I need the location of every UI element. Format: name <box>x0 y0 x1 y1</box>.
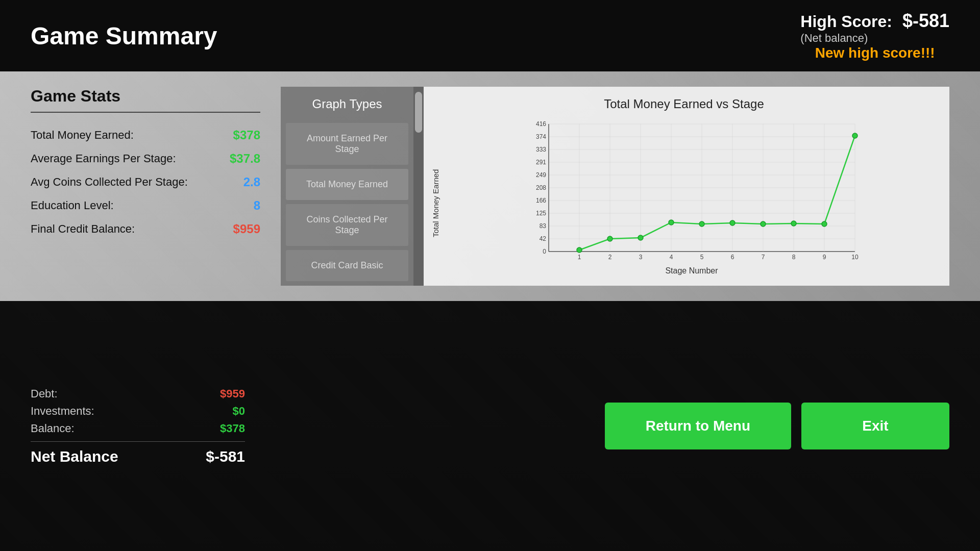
svg-point-51 <box>791 221 796 226</box>
net-balance-value: $-581 <box>206 448 245 465</box>
graph-scrollbar[interactable] <box>413 87 424 286</box>
chart-svg: .grid-line { stroke: #ccc; stroke-width:… <box>444 119 939 262</box>
graph-btn-credit-card[interactable]: Credit Card Basic <box>286 250 408 281</box>
stat-row-avg-coins: Avg Coins Collected Per Stage: 2.8 <box>31 175 260 189</box>
svg-point-44 <box>577 247 582 253</box>
stat-value-avg-coins: 2.8 <box>243 175 260 189</box>
svg-text:8: 8 <box>792 254 796 261</box>
investments-value: $0 <box>233 405 245 418</box>
svg-text:291: 291 <box>536 159 546 166</box>
stat-row-avg-earnings: Average Earnings Per Stage: $37.8 <box>31 152 260 166</box>
svg-text:5: 5 <box>700 254 704 261</box>
net-balance-row: Net Balance $-581 <box>31 448 245 465</box>
page-title: Game Summary <box>31 22 800 50</box>
graph-types-header: Graph Types <box>286 92 408 119</box>
stat-value-credit-balance: $959 <box>233 222 260 236</box>
svg-point-46 <box>638 235 643 240</box>
svg-text:2: 2 <box>608 254 612 261</box>
bottom-section: Debt: $959 Investments: $0 Balance: $378… <box>0 301 980 551</box>
y-axis-label: Total Money Earned <box>429 119 444 287</box>
svg-text:333: 333 <box>536 146 546 153</box>
svg-text:9: 9 <box>823 254 826 261</box>
investments-label: Investments: <box>31 405 94 418</box>
svg-point-48 <box>699 221 704 227</box>
header: Game Summary High Score: $-581 (Net bala… <box>0 0 980 71</box>
high-score-section: High Score: $-581 (Net balance) New high… <box>800 10 949 61</box>
stat-label-total-money: Total Money Earned: <box>31 129 134 142</box>
debt-label: Debt: <box>31 387 58 400</box>
chart-inner: .grid-line { stroke: #ccc; stroke-width:… <box>444 119 939 287</box>
svg-text:6: 6 <box>731 254 734 261</box>
bottom-divider <box>31 441 245 442</box>
stat-label-credit-balance: Final Credit Balance: <box>31 222 135 236</box>
exit-button[interactable]: Exit <box>801 403 949 449</box>
graph-btn-total-money[interactable]: Total Money Earned <box>286 169 408 200</box>
graph-btn-coins-collected[interactable]: Coins Collected Per Stage <box>286 204 408 246</box>
game-stats-panel: Game Stats Total Money Earned: $378 Aver… <box>31 87 260 286</box>
stat-value-education: 8 <box>254 198 260 213</box>
high-score-subtitle: (Net balance) <box>800 32 949 45</box>
svg-text:249: 249 <box>536 171 546 179</box>
svg-text:208: 208 <box>536 184 546 191</box>
svg-text:125: 125 <box>536 210 546 217</box>
balance-value: $378 <box>220 422 245 435</box>
bottom-stats: Debt: $959 Investments: $0 Balance: $378… <box>31 387 605 465</box>
return-to-menu-button[interactable]: Return to Menu <box>605 403 791 449</box>
debt-row: Debt: $959 <box>31 387 245 400</box>
stat-value-total-money: $378 <box>233 128 260 142</box>
stat-row-total-money: Total Money Earned: $378 <box>31 128 260 142</box>
svg-point-52 <box>822 221 827 227</box>
svg-point-45 <box>607 236 612 241</box>
scrollbar-thumb <box>415 92 422 133</box>
svg-point-50 <box>761 221 766 227</box>
balance-label: Balance: <box>31 422 75 435</box>
graph-btn-amount-earned[interactable]: Amount Earned Per Stage <box>286 123 408 165</box>
svg-text:83: 83 <box>540 222 547 230</box>
svg-point-53 <box>852 133 857 138</box>
bottom-buttons: Return to Menu Exit <box>605 403 949 449</box>
svg-text:0: 0 <box>543 248 546 255</box>
high-score-label: High Score: $-581 <box>800 10 949 32</box>
stat-label-avg-coins: Avg Coins Collected Per Stage: <box>31 176 188 189</box>
svg-point-49 <box>730 220 735 226</box>
investments-row: Investments: $0 <box>31 405 245 418</box>
graph-types-sidebar: Graph Types Amount Earned Per Stage Tota… <box>281 87 413 286</box>
chart-area: Total Money Earned vs Stage Total Money … <box>424 87 949 286</box>
stat-label-avg-earnings: Average Earnings Per Stage: <box>31 152 176 165</box>
svg-point-47 <box>669 220 674 225</box>
balance-row: Balance: $378 <box>31 422 245 435</box>
stat-row-credit-balance: Final Credit Balance: $959 <box>31 222 260 236</box>
x-axis-label: Stage Number <box>444 266 939 276</box>
svg-text:7: 7 <box>762 254 765 261</box>
svg-text:374: 374 <box>536 133 546 140</box>
svg-text:42: 42 <box>540 235 547 242</box>
svg-text:416: 416 <box>536 120 546 128</box>
svg-text:4: 4 <box>670 254 673 261</box>
graph-panel: Graph Types Amount Earned Per Stage Tota… <box>281 87 949 286</box>
stat-value-avg-earnings: $37.8 <box>230 152 260 166</box>
svg-text:3: 3 <box>639 254 643 261</box>
stat-row-education: Education Level: 8 <box>31 198 260 213</box>
svg-text:1: 1 <box>578 254 581 261</box>
svg-text:166: 166 <box>536 197 546 204</box>
debt-value: $959 <box>220 387 245 400</box>
chart-container: Total Money Earned .grid-line { stroke: … <box>429 119 939 287</box>
chart-title: Total Money Earned vs Stage <box>429 97 939 111</box>
game-stats-title: Game Stats <box>31 87 260 113</box>
new-high-score-badge: New high score!!! <box>800 45 949 61</box>
stat-label-education: Education Level: <box>31 199 114 212</box>
net-balance-label: Net Balance <box>31 448 118 465</box>
main-content: Game Stats Total Money Earned: $378 Aver… <box>0 71 980 301</box>
svg-text:10: 10 <box>851 254 859 261</box>
